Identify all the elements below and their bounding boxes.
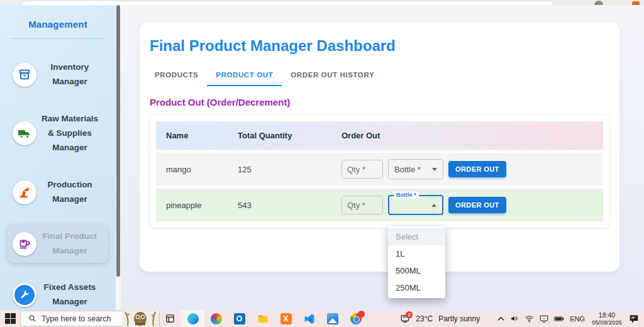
sidebar-item-label: Fixed Assets Manager — [36, 280, 103, 309]
sidebar: Management Inventory Manager — [0, 5, 116, 310]
action-center-icon[interactable] — [629, 314, 639, 323]
task-view-icon[interactable] — [165, 313, 175, 324]
table-row-pineapple: pineapple 543 Bottle * ORDER OUT — [156, 189, 603, 221]
bottle-select-label: Bottle * — [394, 165, 421, 174]
language-indicator[interactable]: ENG — [570, 315, 585, 323]
wrench-icon — [13, 283, 36, 307]
wifi-icon[interactable] — [525, 315, 534, 323]
qty-input[interactable] — [341, 160, 383, 179]
taskbar-app-icons: O X — [181, 310, 367, 327]
clock[interactable]: 18:40 05/09/2025 — [591, 311, 623, 326]
sidebar-item-final-product-manager[interactable]: Final Product Manager — [8, 224, 108, 263]
xampp-icon[interactable]: X — [274, 310, 297, 327]
bottle-select-floating-label: Bottle * — [394, 192, 419, 198]
volume-icon[interactable] — [510, 314, 519, 323]
weather-condition[interactable]: Partly sunny — [438, 314, 480, 323]
chrome-notification-badge — [358, 311, 365, 318]
product-out-table: Name Total Quantity Order Out mango 125 … — [150, 115, 609, 228]
tray-notification-badge: 2 — [406, 311, 413, 318]
bottle-select[interactable]: Bottle * — [388, 159, 443, 179]
cell-product-name: mango — [156, 165, 238, 174]
show-hidden-icons-chevron[interactable] — [497, 316, 504, 321]
sidebar-scrollbar-thumb[interactable] — [116, 5, 120, 277]
column-header-name: Name — [156, 131, 238, 140]
chevron-up-icon — [431, 204, 436, 207]
cast-icon[interactable] — [540, 315, 548, 323]
photos-icon[interactable] — [321, 310, 344, 327]
taskbar-search-box[interactable]: Type here to search — [20, 311, 160, 326]
sidebar-item-raw-materials-manager[interactable]: Raw Materials & Supplies Manager — [8, 107, 108, 160]
sidebar-title: Management — [0, 19, 116, 30]
table-row-mango: mango 125 Bottle * ORDER OUT — [156, 153, 603, 186]
sidebar-divider — [10, 38, 106, 39]
search-icon — [28, 314, 36, 323]
bottle-select-open[interactable]: Bottle * — [388, 195, 443, 215]
sidebar-item-label: Final Product Manager — [36, 230, 103, 258]
clock-time: 18:40 — [591, 311, 623, 319]
sidebar-item-label: Inventory Manager — [36, 60, 103, 89]
column-header-order-out: Order Out — [341, 131, 603, 140]
system-tray: 2 23°C Partly sunny ENG 18:40 05/09/2025 — [400, 310, 644, 327]
tab-products[interactable]: PRODUCTS — [146, 64, 207, 86]
section-title: Product Out (Order/Decrement) — [150, 97, 609, 108]
cell-product-name: pineapple — [156, 201, 238, 210]
outlook-icon[interactable]: O — [228, 310, 251, 327]
mug-icon — [13, 232, 36, 256]
main-content: Final Product Manager Dashboard PRODUCTS… — [121, 5, 644, 310]
dropdown-option-1l[interactable]: 1L — [388, 245, 445, 262]
app-window: Management Inventory Manager — [0, 5, 644, 310]
cell-order-out-controls: Bottle * ORDER OUT — [341, 195, 603, 215]
order-out-button[interactable]: ORDER OUT — [448, 161, 506, 177]
file-explorer-icon[interactable] — [251, 310, 274, 327]
start-button-icon[interactable] — [5, 313, 16, 324]
dropdown-option-250ml[interactable]: 250ML — [388, 279, 445, 296]
sidebar-item-inventory-manager[interactable]: Inventory Manager — [8, 55, 108, 94]
search-placeholder: Type here to search — [42, 314, 123, 323]
qty-input[interactable] — [341, 196, 383, 214]
tab-product-out[interactable]: PRODUCT OUT — [207, 64, 282, 86]
sidebar-menu: Inventory Manager Raw Materials & Suppli… — [0, 55, 116, 314]
sidebar-item-label: Raw Materials & Supplies Manager — [36, 112, 103, 155]
truck-icon — [13, 121, 36, 145]
edge-icon[interactable] — [181, 310, 204, 327]
sidebar-item-label: Production Manager — [36, 178, 103, 207]
battery-icon[interactable] — [554, 316, 564, 322]
column-header-total-quantity: Total Quantity — [238, 131, 341, 140]
chrome-icon[interactable] — [344, 310, 367, 327]
dropdown-option-500ml[interactable]: 500ML — [388, 262, 445, 279]
robot-arm-icon — [13, 180, 36, 204]
sidebar-item-production-manager[interactable]: Production Manager — [8, 173, 108, 212]
tray-app-icon[interactable]: 2 — [400, 314, 410, 323]
weather-temperature[interactable]: 23°C — [416, 314, 433, 323]
order-out-button[interactable]: ORDER OUT — [448, 197, 506, 213]
archive-box-icon — [13, 63, 36, 87]
tab-order-out-history[interactable]: ORDER OUT HISTORY — [282, 64, 383, 86]
sidebar-scrollbar[interactable] — [116, 5, 121, 310]
designer-icon[interactable] — [204, 310, 228, 327]
dashboard-card: Final Product Manager Dashboard PRODUCTS… — [140, 22, 619, 272]
browser-chrome — [0, 0, 644, 5]
page-title: Final Product Manager Dashboard — [150, 37, 609, 55]
vscode-icon[interactable] — [297, 310, 321, 327]
cell-order-out-controls: Bottle * ORDER OUT — [341, 159, 603, 179]
sidebar-item-fixed-assets-manager[interactable]: Fixed Assets Manager — [8, 275, 108, 314]
cell-total-quantity: 543 — [238, 201, 341, 210]
clock-date: 05/09/2025 — [591, 319, 623, 326]
chevron-down-icon — [432, 168, 437, 171]
owl-picture — [123, 311, 159, 326]
table-header-row: Name Total Quantity Order Out — [156, 121, 603, 150]
windows-taskbar: Type here to search O X — [0, 310, 644, 327]
cell-total-quantity: 125 — [238, 165, 341, 174]
bottle-dropdown-menu: Select 1L 500ML 250ML — [388, 226, 445, 298]
tab-bar: PRODUCTS PRODUCT OUT ORDER OUT HISTORY — [146, 64, 613, 86]
dropdown-option-select[interactable]: Select — [388, 228, 445, 245]
